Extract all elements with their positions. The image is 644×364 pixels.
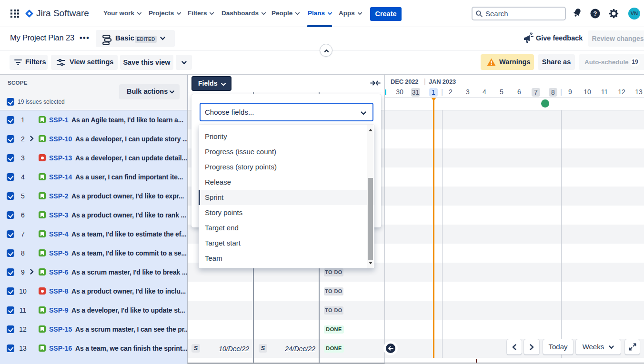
svg-text:?: ? [594, 10, 597, 17]
